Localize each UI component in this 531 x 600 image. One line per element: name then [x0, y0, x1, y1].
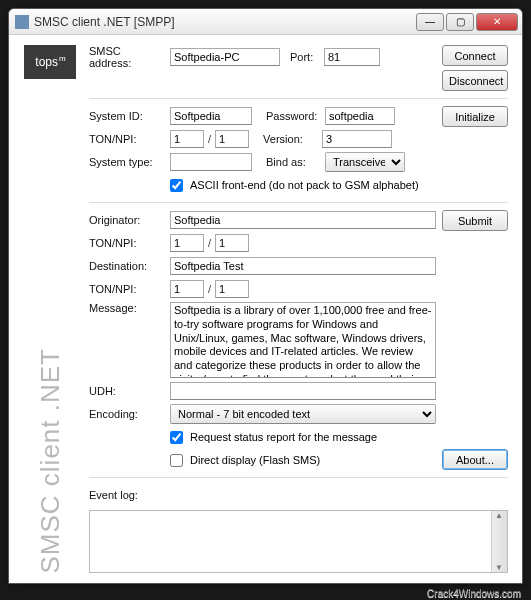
- dest-npi-input[interactable]: [215, 280, 249, 298]
- ascii-label: ASCII front-end (do not pack to GSM alph…: [190, 179, 419, 191]
- port-label: Port:: [290, 51, 320, 63]
- direct-display-row[interactable]: Direct display (Flash SMS): [166, 451, 320, 470]
- scrollbar[interactable]: [491, 511, 507, 572]
- direct-display-label: Direct display (Flash SMS): [190, 454, 320, 466]
- separator: [89, 202, 508, 203]
- app-window: SMSC client .NET [SMPP] — ▢ ✕ topsm SMSC…: [8, 8, 523, 584]
- initialize-button[interactable]: Initialize: [442, 106, 508, 127]
- separator: [89, 98, 508, 99]
- watermark: Crack4Windows.com: [427, 588, 521, 599]
- event-log-label: Event log:: [89, 489, 149, 501]
- vertical-brand-text: SMSC client .NET: [35, 348, 66, 574]
- about-button[interactable]: About...: [442, 449, 508, 470]
- maximize-button[interactable]: ▢: [446, 13, 474, 31]
- status-report-label: Request status report for the message: [190, 431, 377, 443]
- titlebar[interactable]: SMSC client .NET [SMPP] — ▢ ✕: [9, 9, 522, 35]
- close-button[interactable]: ✕: [476, 13, 518, 31]
- orig-tonnpi-label: TON/NPI:: [89, 237, 166, 249]
- event-log[interactable]: [89, 510, 508, 573]
- system-id-label: System ID:: [89, 110, 166, 122]
- smsc-address-input[interactable]: [170, 48, 280, 66]
- smsc-address-label: SMSC address:: [89, 45, 166, 69]
- destination-input[interactable]: [170, 257, 436, 275]
- system-type-input[interactable]: [170, 153, 252, 171]
- dest-tonnpi-label: TON/NPI:: [89, 283, 166, 295]
- encoding-select[interactable]: Normal - 7 bit encoded text: [170, 404, 436, 424]
- separator: [89, 477, 508, 478]
- status-report-checkbox[interactable]: [170, 431, 183, 444]
- system-id-input[interactable]: [170, 107, 252, 125]
- window-title: SMSC client .NET [SMPP]: [34, 15, 414, 29]
- ton-input[interactable]: [170, 130, 204, 148]
- tonnpi-label: TON/NPI:: [89, 133, 166, 145]
- ascii-checkbox-row[interactable]: ASCII front-end (do not pack to GSM alph…: [166, 176, 419, 195]
- app-icon: [15, 15, 29, 29]
- originator-input[interactable]: [170, 211, 436, 229]
- status-report-row[interactable]: Request status report for the message: [166, 428, 377, 447]
- orig-npi-input[interactable]: [215, 234, 249, 252]
- direct-display-checkbox[interactable]: [170, 454, 183, 467]
- message-textarea[interactable]: [170, 302, 436, 378]
- udh-input[interactable]: [170, 382, 436, 400]
- npi-input[interactable]: [215, 130, 249, 148]
- password-input[interactable]: [325, 107, 395, 125]
- version-label: Version:: [263, 133, 318, 145]
- udh-label: UDH:: [89, 385, 166, 397]
- minimize-button[interactable]: —: [416, 13, 444, 31]
- connect-button[interactable]: Connect: [442, 45, 508, 66]
- message-label: Message:: [89, 302, 166, 314]
- slash: /: [208, 133, 211, 145]
- originator-label: Originator:: [89, 214, 166, 226]
- bind-as-select[interactable]: Transceiver: [325, 152, 405, 172]
- orig-ton-input[interactable]: [170, 234, 204, 252]
- destination-label: Destination:: [89, 260, 166, 272]
- submit-button[interactable]: Submit: [442, 210, 508, 231]
- encoding-label: Encoding:: [89, 408, 166, 420]
- dest-ton-input[interactable]: [170, 280, 204, 298]
- port-input[interactable]: [324, 48, 380, 66]
- brand-logo: topsm: [24, 45, 76, 79]
- system-type-label: System type:: [89, 156, 166, 168]
- password-label: Password:: [266, 110, 321, 122]
- version-input[interactable]: [322, 130, 392, 148]
- disconnect-button[interactable]: Disconnect: [442, 70, 508, 91]
- bind-as-label: Bind as:: [266, 156, 321, 168]
- ascii-checkbox[interactable]: [170, 179, 183, 192]
